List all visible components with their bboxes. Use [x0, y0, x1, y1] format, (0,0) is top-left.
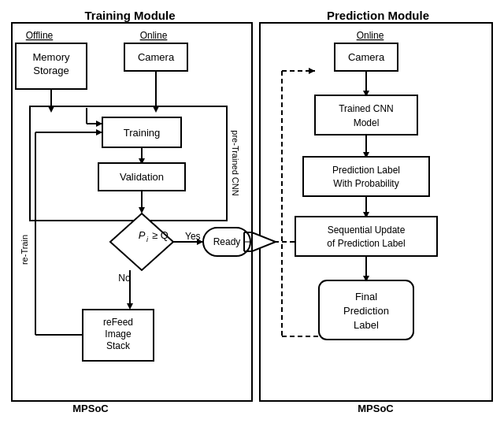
- validation-text: Validation: [120, 171, 164, 183]
- camera-prediction-text: Camera: [348, 51, 385, 63]
- prediction-module-border: [260, 23, 492, 401]
- ready-text: Ready: [213, 236, 241, 247]
- retrain-label: re-Train: [20, 234, 29, 264]
- dashed-top-arrow: [309, 68, 315, 74]
- prediction-module-title: Prediction Module: [327, 9, 429, 22]
- memory-to-training-h-arrow: [96, 121, 102, 127]
- trained-cnn-text2: Model: [354, 117, 380, 128]
- offline-label: Offline: [26, 30, 54, 41]
- pred-label-prob-box: [303, 157, 429, 196]
- final-prediction-text2: Prediction: [343, 305, 389, 317]
- online-label-training: Online: [140, 30, 168, 41]
- final-prediction-text3: Label: [354, 319, 379, 331]
- final-prediction-text1: Final: [355, 291, 377, 303]
- refeed-text3: Stack: [106, 340, 131, 351]
- module-separator-arrow: [252, 232, 276, 251]
- mpsoc-prediction: MPSoC: [358, 403, 394, 414]
- condition-geq: ≥ Q: [152, 229, 169, 241]
- seq-update-box: [295, 217, 437, 256]
- camera-training-down-arrow: [153, 106, 159, 113]
- training-text: Training: [124, 127, 160, 139]
- memory-storage-text1: Memory: [33, 51, 70, 63]
- diagram-wrapper: Training Module Prediction Module Offlin…: [8, 6, 496, 433]
- training-module-title: Training Module: [85, 9, 176, 22]
- no-label: No: [118, 273, 131, 284]
- trained-cnn-box: [315, 95, 417, 135]
- refeed-text1: reFeed: [103, 317, 133, 328]
- retrain-arrow: [96, 129, 102, 135]
- pred-label-text2: With Probability: [333, 178, 398, 189]
- pred-label-text1: Prediction Label: [332, 165, 400, 176]
- diamond-no-arrow: [127, 303, 133, 310]
- online-label-prediction: Online: [357, 30, 384, 41]
- seq-update-text2: of Prediction Label: [327, 238, 405, 249]
- seq-update-text1: Sequential Update: [328, 225, 406, 236]
- memory-to-inner-arrow: [48, 106, 54, 113]
- memory-storage-text2: Storage: [33, 65, 69, 76]
- pretrained-cnn-label: pre-Trained CNN: [231, 130, 240, 195]
- mpsoc-training: MPSoC: [72, 403, 109, 414]
- condition-text1: P: [139, 229, 146, 241]
- camera-training-text: Camera: [138, 51, 175, 63]
- trained-cnn-text1: Trained CNN: [339, 103, 394, 114]
- refeed-text2: Image: [105, 328, 132, 340]
- condition-diamond: [110, 213, 173, 270]
